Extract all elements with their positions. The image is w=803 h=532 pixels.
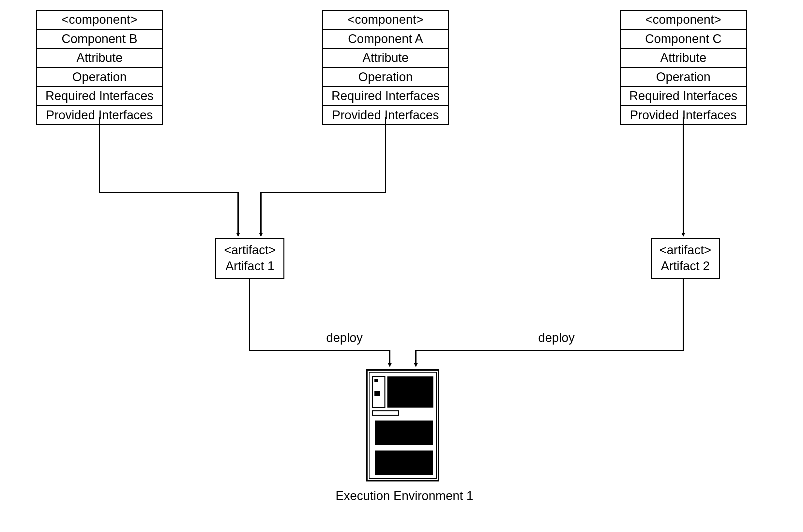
svg-rect-4 (374, 391, 380, 396)
deploy-label-1: deploy (326, 331, 363, 345)
svg-rect-5 (388, 377, 433, 407)
diagram-canvas: <component> Component B Attribute Operat… (0, 0, 803, 532)
component-a-required: Required Interfaces (323, 87, 448, 106)
svg-rect-6 (372, 411, 398, 415)
component-c-stereotype: <component> (621, 11, 746, 30)
component-c-provided: Provided Interfaces (621, 106, 746, 125)
artifact-2-stereotype: <artifact> (659, 242, 711, 258)
component-c-name: Component C (621, 30, 746, 49)
artifact-2-name: Artifact 2 (659, 258, 711, 274)
component-a-stereotype: <component> (323, 11, 448, 30)
component-b-box: <component> Component B Attribute Operat… (36, 10, 163, 125)
component-c-attribute: Attribute (621, 49, 746, 68)
component-c-operation: Operation (621, 68, 746, 87)
execution-environment-label: Execution Environment 1 (323, 489, 486, 503)
component-b-attribute: Attribute (37, 49, 162, 68)
component-b-provided: Provided Interfaces (37, 106, 162, 125)
component-b-required: Required Interfaces (37, 87, 162, 106)
svg-rect-3 (374, 379, 378, 382)
component-a-provided: Provided Interfaces (323, 106, 448, 125)
svg-rect-7 (375, 420, 433, 445)
component-a-name: Component A (323, 30, 448, 49)
deploy-label-2: deploy (538, 331, 575, 345)
artifact-1-box: <artifact> Artifact 1 (215, 238, 284, 279)
artifact-1-stereotype: <artifact> (224, 242, 276, 258)
component-c-box: <component> Component C Attribute Operat… (620, 10, 747, 125)
component-b-name: Component B (37, 30, 162, 49)
svg-rect-8 (375, 451, 433, 475)
component-a-attribute: Attribute (323, 49, 448, 68)
component-b-stereotype: <component> (37, 11, 162, 30)
component-a-operation: Operation (323, 68, 448, 87)
server-icon (365, 368, 440, 484)
artifact-1-name: Artifact 1 (224, 258, 276, 274)
artifact-2-box: <artifact> Artifact 2 (651, 238, 720, 279)
component-b-operation: Operation (37, 68, 162, 87)
component-c-required: Required Interfaces (621, 87, 746, 106)
component-a-box: <component> Component A Attribute Operat… (322, 10, 449, 125)
